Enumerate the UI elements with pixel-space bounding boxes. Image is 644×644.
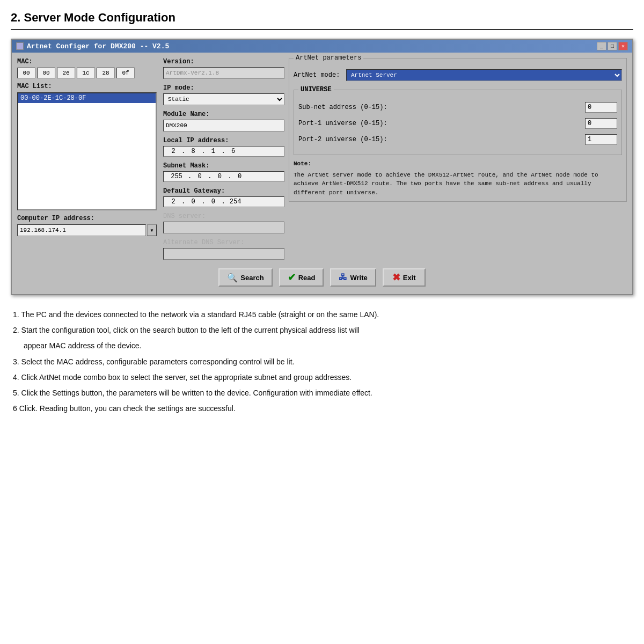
toolbar: Search Read Write Exit [17,264,627,289]
maximize-button[interactable]: □ [608,42,617,50]
ip-dot-g1: . [181,198,186,206]
mac-section: MAC: [17,58,157,78]
ip-dot-3: . [221,148,225,155]
artnet-mode-select[interactable]: Artnet Server Artnet Node [346,69,622,81]
artnet-mode-label: ArtNet mode: [294,71,342,79]
artnet-mode-row: ArtNet mode: Artnet Server Artnet Node [294,69,622,81]
port2-row: Port-2 universe (0-15): [298,134,617,145]
read-button[interactable]: Read [279,268,324,287]
subnet-o3[interactable] [213,173,226,180]
mac-list-section: MAC List: 00-00-2E-1C-28-0F [17,83,157,210]
computer-ip-section: Computer IP address: ▼ [17,215,157,236]
subnet-mask-label: Subnet Mask: [163,162,284,170]
version-input [163,67,284,79]
note-title: Note: [294,159,622,169]
minimize-button[interactable]: _ [597,42,606,50]
local-ip-o1[interactable] [167,148,180,155]
module-name-group: Module Name: [163,111,284,131]
ip-dot-s1: . [187,173,192,180]
mac-field-3[interactable] [57,68,75,78]
instruction-item: 3. Select the MAC address, configurable … [11,355,633,369]
ip-mode-label: IP mode: [163,84,284,92]
gateway-group: Default Gateway: . . . [163,187,284,207]
gateway-o3[interactable] [207,198,219,206]
network-icon [339,273,347,282]
ip-mode-select[interactable]: Static DHCP [163,93,284,105]
computer-ip-label: Computer IP address: [17,215,157,222]
port1-label: Port-1 universe (0-15): [298,120,585,127]
dns-input [163,222,284,233]
mac-field-1[interactable] [17,68,35,78]
instruction-item: appear MAC address of the device. [11,339,633,353]
mac-fields [17,68,157,78]
module-name-input[interactable] [163,120,284,131]
mac-field-5[interactable] [97,68,115,78]
instruction-item: 4. Click ArtNet mode combo box to select… [11,371,633,384]
instruction-item: 2. Start the configuration tool, click o… [11,324,633,337]
subnet-address-input[interactable] [585,102,617,113]
port2-input[interactable] [585,134,617,145]
instruction-item: 1. The PC and the devices connected to t… [11,308,633,321]
ip-dot-2: . [201,148,206,155]
close-button[interactable]: ✕ [618,42,628,50]
port1-row: Port-1 universe (0-15): [298,118,617,129]
subnet-o1[interactable] [167,173,186,180]
close-icon [392,272,400,283]
right-panel: ArtNet parameters ArtNet mode: Artnet Se… [289,58,627,260]
write-label: Write [350,274,367,282]
mac-field-6[interactable] [116,68,135,78]
window-body: MAC: MAC List: 00-00-2E-1C-28-0F [12,53,632,294]
gateway-o4[interactable] [227,198,244,206]
version-label: Version: [163,58,284,65]
gateway-label: Default Gateway: [163,187,284,195]
gateway-row: . . . [163,196,284,207]
subnet-o4[interactable] [233,173,246,180]
port2-label: Port-2 universe (0-15): [298,136,585,143]
mac-list-item[interactable]: 00-00-2E-1C-28-0F [18,93,156,103]
subnet-mask-group: Subnet Mask: . . . [163,162,284,182]
version-group: Version: [163,58,284,79]
window-title: Artnet Configer for DMX200 -- V2.5 [27,42,169,50]
instructions: 1. The PC and the devices connected to t… [11,308,633,415]
artnet-group-title: ArtNet parameters [294,54,363,62]
subnet-address-label: Sub-net address (0-15): [298,104,585,111]
alt-dns-group: Alternate DNS Server: [163,239,284,260]
mac-label: MAC: [17,58,157,65]
artnet-group-box: ArtNet parameters ArtNet mode: Artnet Se… [289,58,627,202]
ip-dot-s2: . [207,173,212,180]
window-icon [16,42,24,50]
ip-dot-1: . [181,148,186,155]
alt-dns-label: Alternate DNS Server: [163,239,284,246]
local-ip-label: Local IP address: [163,137,284,144]
local-ip-o4[interactable] [227,148,240,155]
mac-field-4[interactable] [77,68,95,78]
check-icon [288,272,296,283]
left-panel: MAC: MAC List: 00-00-2E-1C-28-0F [17,58,157,260]
gateway-o1[interactable] [167,198,180,206]
port1-input[interactable] [585,118,617,129]
computer-ip-input[interactable] [17,224,146,236]
subnet-o2[interactable] [193,173,206,180]
subnet-mask-row: . . . [163,171,284,182]
ip-dot-g3: . [221,198,225,206]
alt-dns-input [163,248,284,260]
search-button[interactable]: Search [218,268,272,287]
write-button[interactable]: Write [330,268,376,287]
dns-group: DNS server: [163,213,284,233]
gateway-o2[interactable] [187,198,200,206]
computer-ip-arrow[interactable]: ▼ [147,224,157,236]
mac-list-box[interactable]: 00-00-2E-1C-28-0F [17,92,157,210]
exit-button[interactable]: Exit [383,268,426,287]
local-ip-o3[interactable] [207,148,219,155]
window-titlebar: Artnet Configer for DMX200 -- V2.5 _ □ ✕ [12,40,632,53]
universe-group: UNIVERSE Sub-net address (0-15): Port-1 … [294,90,622,155]
module-name-label: Module Name: [163,111,284,118]
local-ip-group: Local IP address: . . . [163,137,284,157]
main-window: Artnet Configer for DMX200 -- V2.5 _ □ ✕… [11,39,633,295]
instruction-item: 6 Click. Reading button, you can check t… [11,402,633,415]
local-ip-o2[interactable] [187,148,200,155]
read-label: Read [298,274,316,282]
mac-field-2[interactable] [37,68,55,78]
universe-title: UNIVERSE [298,86,334,93]
local-ip-row: . . . [163,146,284,157]
